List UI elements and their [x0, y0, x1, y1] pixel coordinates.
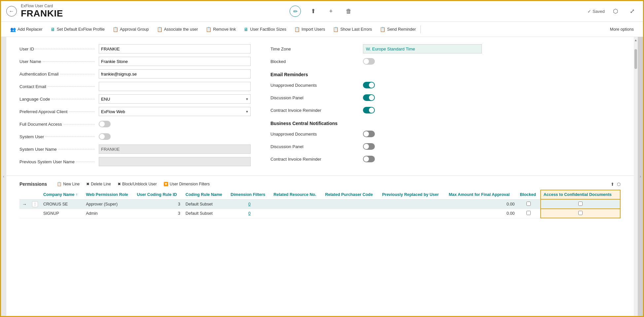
user-dimension-button[interactable]: 🔽 User Dimension Filters	[160, 180, 213, 188]
bc-contract-toggle[interactable]	[363, 156, 375, 162]
row-coding-rule-name: Default Subset	[183, 199, 228, 209]
perm-expand-icon[interactable]: ⬡	[617, 182, 621, 187]
language-code-group: Language Code ENU ▼	[19, 94, 251, 104]
page-title: FRANKIE	[21, 8, 63, 19]
add-button[interactable]: +	[325, 6, 337, 17]
share-icon: ⬆	[311, 8, 316, 15]
system-user-label: System User	[19, 134, 99, 139]
bc-discussion-label: Discussion Panel	[270, 144, 363, 149]
row-blocked	[517, 209, 541, 218]
edit-button[interactable]: ✏	[290, 6, 301, 17]
bc-discussion-toggle[interactable]	[363, 143, 375, 150]
remove-link-button[interactable]: 📋 Remove link	[202, 23, 240, 35]
blocked-checkbox[interactable]	[526, 202, 531, 206]
table-row: SIGNUP Admin 3 Default Subset 0 0.00	[19, 209, 620, 218]
email-contract-toggle[interactable]	[363, 107, 375, 113]
side-nav-left[interactable]: ‹	[1, 37, 6, 316]
delete-button[interactable]: 🗑	[343, 6, 354, 17]
share-button[interactable]: ⬆	[307, 6, 319, 17]
access-confidential-checkbox-2[interactable]	[578, 211, 583, 215]
full-doc-access-toggle[interactable]	[99, 121, 111, 127]
row-blocked	[517, 199, 541, 209]
full-doc-access-label: Full Document Access	[19, 122, 99, 127]
scroll-up-arrow[interactable]: ▲	[633, 38, 638, 43]
app-frame: ← ExFlow User Card FRANKIE ✏ ⬆ + 🗑 ✓ Sav…	[0, 0, 644, 317]
user-id-input[interactable]	[99, 44, 251, 53]
checkmark-icon: ✓	[588, 9, 591, 14]
user-name-input[interactable]	[99, 57, 251, 66]
add-replacer-button[interactable]: 👥 Add Replacer	[6, 23, 47, 35]
show-last-errors-button[interactable]: 📋 Show Last Errors	[329, 23, 376, 35]
contact-email-group: Contact Email	[19, 81, 251, 92]
row-related-resource	[271, 209, 322, 218]
permissions-toolbar: Permissions 📋 New Line ✖ Delete Line ✖ B…	[19, 180, 621, 188]
user-id-group: User ID	[19, 44, 251, 54]
language-code-select[interactable]: ENU	[99, 94, 251, 104]
top-center-actions: ✏ ⬆ + 🗑	[290, 6, 354, 17]
send-reminder-button[interactable]: 📋 Send Reminder	[376, 23, 420, 35]
timezone-group: Time Zone	[270, 44, 621, 54]
row-context-menu-button[interactable]: ⋮	[32, 201, 38, 207]
email-unapproved-toggle[interactable]	[363, 82, 375, 88]
col-web-perm: Web Permission Role	[83, 190, 134, 199]
vertical-scrollbar[interactable]: ▲	[634, 37, 638, 316]
blocked-toggle[interactable]	[363, 58, 375, 65]
more-options-button[interactable]: More options	[606, 24, 638, 35]
user-factbox-button[interactable]: 🖥 User FactBox Sizes	[240, 23, 290, 35]
main-scroll-area[interactable]: User ID User Name Authenti	[6, 37, 634, 316]
preferred-client-select[interactable]: ExFlow Web	[99, 107, 251, 116]
new-line-button[interactable]: 📋 New Line	[54, 180, 83, 188]
blocked-group: Blocked	[270, 56, 621, 67]
associate-user-button[interactable]: 📋 Associate the user	[153, 23, 202, 35]
side-nav-right[interactable]: ›	[638, 37, 643, 316]
prev-system-user-name-input	[99, 157, 251, 166]
expand-button[interactable]: ⤢	[626, 6, 638, 17]
action-separator	[420, 25, 421, 33]
expand-icon: ⤢	[630, 8, 635, 15]
col-prev-replaced: Previously Replaced by User	[379, 190, 446, 199]
contact-email-label: Contact Email	[19, 84, 99, 89]
prev-system-user-name-label: Previous System User Name	[19, 159, 99, 164]
bc-unapproved-group: Unapproved Documents	[270, 129, 621, 139]
permissions-table: Company Name ↑ Web Permission Role User …	[19, 190, 621, 218]
plus-icon: +	[329, 8, 333, 15]
import-users-button[interactable]: 📋 Import Users	[290, 23, 329, 35]
scroll-thumb[interactable]	[634, 49, 637, 69]
contact-email-input[interactable]	[99, 82, 251, 91]
dimension-filter-link[interactable]: 0	[248, 202, 251, 206]
system-user-toggle[interactable]	[99, 133, 111, 140]
row-dimension-filters: 0	[228, 209, 271, 218]
import-users-label: Import Users	[302, 27, 325, 32]
open-icon: ⬡	[613, 8, 618, 15]
email-discussion-toggle[interactable]	[363, 94, 375, 101]
col-access-confidential: Access to Confidential Documents	[541, 190, 620, 199]
page-subtitle: ExFlow User Card	[21, 4, 63, 8]
delete-line-button[interactable]: ✖ Delete Line	[83, 180, 114, 188]
approval-group-button[interactable]: 📋 Approval Group	[109, 23, 153, 35]
set-default-profile-button[interactable]: 🖥 Set Default ExFlow Profile	[47, 23, 109, 35]
block-unblock-button[interactable]: ✖ Block/Unblock User	[114, 180, 160, 188]
auth-email-input[interactable]	[99, 69, 251, 79]
row-dots-btn-cell: ⋮	[29, 199, 41, 209]
col-blocked: Blocked	[517, 190, 541, 199]
email-unapproved-label: Unapproved Documents	[270, 83, 363, 88]
approval-group-label: Approval Group	[120, 27, 149, 32]
timezone-input[interactable]	[363, 44, 482, 53]
bc-notifications-header: Business Central Notifications	[270, 121, 621, 126]
back-button[interactable]: ←	[6, 6, 17, 16]
new-line-label: New Line	[63, 182, 80, 186]
system-user-name-group: System User Name	[19, 144, 251, 154]
user-dimension-label: User Dimension Filters	[170, 182, 210, 186]
bc-unapproved-toggle[interactable]	[363, 131, 375, 137]
blocked-label: Blocked	[270, 59, 363, 64]
remove-link-icon: 📋	[206, 27, 211, 32]
perm-right-actions: ⬆ ⬡	[611, 182, 621, 187]
dimension-filter-link[interactable]: 0	[248, 211, 251, 216]
open-new-button[interactable]: ⬡	[610, 6, 621, 17]
table-row: → ⋮ CRONUS SE Approver (Super) 3 Default…	[19, 199, 620, 209]
bc-contract-group: Contract Invoice Reminder	[270, 154, 621, 164]
access-confidential-checkbox[interactable]	[578, 202, 583, 206]
blocked-checkbox-2[interactable]	[526, 211, 531, 215]
email-unapproved-group: Unapproved Documents	[270, 80, 621, 90]
perm-share-icon[interactable]: ⬆	[611, 182, 614, 187]
